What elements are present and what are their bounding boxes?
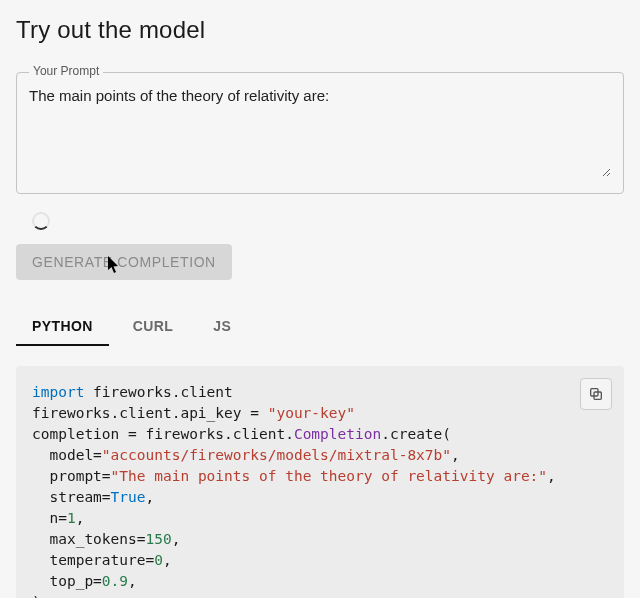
code-pre: import fireworks.client fireworks.client… [32,382,608,598]
code-tabs: PYTHON CURL JS [16,310,624,346]
code-block: import fireworks.client fireworks.client… [16,366,624,598]
prompt-label: Your Prompt [29,64,103,78]
copy-icon [588,386,604,402]
spinner-icon [32,212,50,230]
copy-code-button[interactable] [580,378,612,410]
prompt-field[interactable]: Your Prompt [16,72,624,194]
tab-js[interactable]: JS [197,310,247,346]
generate-completion-button[interactable]: GENERATE COMPLETION [16,244,232,280]
page-title: Try out the model [16,16,624,44]
loading-row [32,212,624,232]
tab-python[interactable]: PYTHON [16,310,109,346]
prompt-input[interactable] [29,85,611,177]
tab-curl[interactable]: CURL [117,310,189,346]
